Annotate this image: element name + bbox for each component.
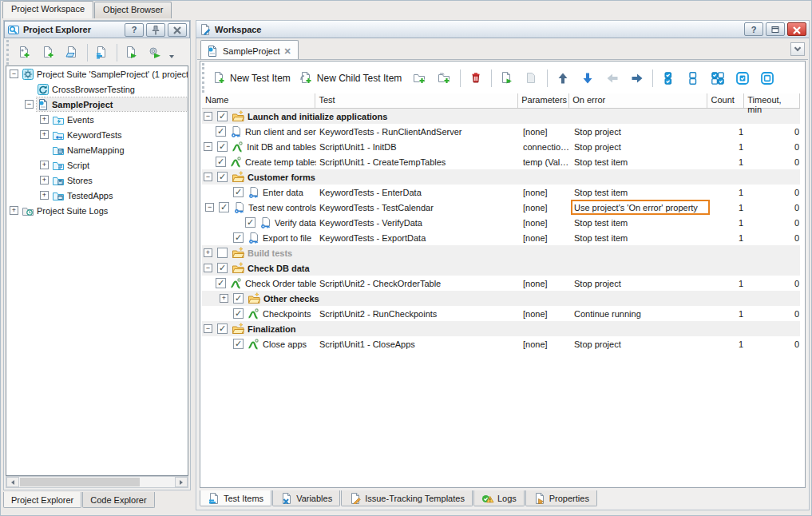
tree-expander-icon[interactable]: +	[40, 130, 49, 139]
row-checkbox[interactable]: ✓	[233, 339, 244, 349]
workspace-tab-test-items[interactable]: Test Items	[200, 490, 271, 506]
tree-horizontal-scrollbar[interactable]	[6, 476, 188, 488]
row-checkbox[interactable]: ✓	[216, 157, 226, 167]
toolbar-button-open-file-icon[interactable]	[61, 42, 84, 63]
row-checkbox[interactable]: ✓	[217, 323, 228, 334]
column-header-parameters[interactable]: Parameters	[518, 93, 569, 108]
row-expander-icon[interactable]: −	[204, 173, 212, 181]
tree-item-script[interactable]: +Script	[6, 157, 188, 173]
tree-item-stores[interactable]: +Stores	[6, 173, 188, 188]
workspace-tab-variables[interactable]: Variables	[272, 490, 340, 506]
toolbar-button-add-project-icon[interactable]	[14, 42, 36, 63]
row-checkbox[interactable]: ✓	[216, 278, 226, 288]
row-expander-icon[interactable]: −	[204, 324, 212, 333]
tree-expander-icon[interactable]: −	[10, 69, 18, 78]
tree-item-namemapping[interactable]: NameMapping	[6, 142, 188, 157]
toolbar-button-move-left-icon[interactable]	[601, 68, 624, 89]
row-checkbox[interactable]	[217, 248, 228, 258]
toolbar-button-move-up-icon[interactable]	[552, 68, 574, 89]
test-item-row-customer-forms[interactable]: −✓Customer forms	[202, 169, 800, 185]
toolbar-button-run-selected-icon[interactable]	[496, 68, 518, 89]
toolbar-button-new-item-icon[interactable]	[38, 42, 60, 63]
tree-expander-icon[interactable]: −	[25, 100, 34, 109]
test-item-row-verify-data[interactable]: ✓Verify dataKeywordTests - VerifyData[no…	[202, 215, 800, 230]
tree-item-testedapps[interactable]: +TestedApps	[6, 188, 188, 203]
scrollbar-thumb[interactable]	[20, 478, 140, 486]
row-expander-icon[interactable]: −	[204, 112, 212, 121]
workspace-tab-issue-tracking-templates[interactable]: Issue-Tracking Templates	[341, 490, 473, 506]
row-checkbox[interactable]: ✓	[233, 187, 244, 197]
tab-list-dropdown-button[interactable]	[790, 42, 805, 56]
row-expander-icon[interactable]: +	[204, 248, 212, 257]
new-test-item-button[interactable]: New Test Item	[211, 69, 295, 87]
row-checkbox[interactable]: ✓	[233, 232, 244, 243]
column-header-timeout-min[interactable]: Timeout, min	[744, 93, 800, 108]
toolbar-button-check-all-icon[interactable]	[657, 68, 679, 89]
scrollbar-track[interactable]	[141, 477, 175, 487]
test-item-row-check-db-data[interactable]: −✓Check DB data	[202, 260, 800, 276]
column-header-count[interactable]: Count	[707, 93, 744, 108]
row-checkbox[interactable]: ✓	[233, 308, 244, 319]
main-tab-object-browser[interactable]: Object Browser	[94, 2, 172, 18]
toolbar-button-new-group-icon[interactable]	[409, 68, 431, 89]
toolbar-button-paste-disabled-icon[interactable]	[521, 68, 543, 89]
tree-expander-icon[interactable]: +	[40, 115, 49, 124]
main-tab-project-workspace[interactable]: Project Workspace	[2, 1, 93, 18]
toolbar-button-organize-items-icon[interactable]	[91, 42, 113, 63]
workspace-tab-logs[interactable]: Logs	[473, 490, 525, 506]
test-item-row-launch-and-initialize-applications[interactable]: −✓Launch and initialize applications	[202, 109, 800, 124]
workspace-tab-properties[interactable]: Properties	[525, 490, 597, 506]
row-checkbox[interactable]: ✓	[216, 126, 226, 137]
workspace-restore-button[interactable]	[766, 22, 785, 36]
toolbar-button-delete-icon[interactable]	[465, 68, 487, 89]
toolbar-button-uncheck-all-icon[interactable]	[682, 68, 704, 89]
toolbar-button-check-selected-icon[interactable]	[731, 68, 754, 89]
tree-expander-icon[interactable]: +	[40, 161, 49, 169]
toolbar-button-uncheck-selected-icon[interactable]	[756, 68, 778, 89]
test-item-row-check-order-table[interactable]: ✓Check Order tableScript\Unit2 - CheckOr…	[202, 276, 800, 291]
test-item-row-enter-data[interactable]: ✓Enter dataKeywordTests - EnterData[none…	[202, 185, 800, 200]
test-item-row-finalization[interactable]: −✓Finalization	[202, 321, 800, 336]
tree-expander-icon[interactable]: +	[40, 191, 49, 200]
tree-item-sampleproject[interactable]: −SampleProject	[6, 97, 188, 112]
scroll-left-button[interactable]	[6, 477, 19, 487]
column-header-test[interactable]: Test	[315, 93, 518, 108]
row-checkbox[interactable]: ✓	[217, 172, 228, 182]
document-tab-sampleproject[interactable]: SampleProject ✕	[200, 40, 299, 59]
tree-expander-icon[interactable]: +	[10, 206, 18, 215]
row-checkbox[interactable]: ✓	[217, 141, 228, 152]
row-expander-icon[interactable]: +	[220, 294, 228, 303]
column-header-on-error[interactable]: On error	[569, 93, 707, 108]
test-item-row-close-apps[interactable]: ✓Close appsScript\Unit1 - CloseApps[none…	[202, 336, 800, 351]
test-item-row-export-to-file[interactable]: ✓Export to fileKeywordTests - ExportData…	[202, 230, 800, 245]
row-expander-icon[interactable]: −	[204, 142, 212, 151]
row-expander-icon[interactable]: −	[205, 203, 214, 212]
run-modes-dropdown-icon[interactable]	[169, 55, 174, 58]
workspace-help-button[interactable]: ?	[744, 22, 763, 36]
test-item-row-build-tests[interactable]: +Build tests	[202, 245, 800, 260]
tree-item-events[interactable]: +Events	[6, 112, 188, 127]
row-checkbox[interactable]: ✓	[245, 217, 255, 228]
help-button[interactable]: ?	[125, 23, 144, 37]
test-item-row-init-db-and-tables[interactable]: −✓Init DB and tablesScript\Unit1 - InitD…	[202, 139, 800, 154]
panel-tab-code-explorer[interactable]: Code Explorer	[82, 492, 154, 508]
workspace-close-button[interactable]	[787, 22, 806, 36]
tree-item-crossbrowsertesting[interactable]: CrossBrowserTesting	[6, 81, 188, 97]
toolbar-button-new-child-group-icon[interactable]	[434, 68, 456, 89]
row-checkbox[interactable]: ✓	[217, 111, 228, 121]
tree-item-project-suite-sampleproject-1-project[interactable]: −Project Suite 'SampleProject' (1 projec…	[6, 66, 188, 81]
new-child-test-item-button[interactable]: New Child Test Item	[298, 69, 406, 87]
scroll-right-button[interactable]	[175, 477, 188, 487]
tree-item-keywordtests[interactable]: +KeywordTests	[6, 127, 188, 142]
toolbar-button-move-right-icon[interactable]	[626, 68, 648, 89]
toolbar-button-invert-checks-icon[interactable]	[707, 68, 729, 89]
test-item-row-test-new-controls[interactable]: −✓Test new controlsKeywordTests - TestCa…	[202, 200, 800, 215]
row-checkbox[interactable]: ✓	[233, 293, 244, 304]
panel-tab-project-explorer[interactable]: Project Explorer	[3, 492, 81, 508]
toolbar-button-run-project-icon[interactable]	[121, 42, 143, 63]
row-checkbox[interactable]: ✓	[219, 202, 229, 212]
toolbar-button-move-down-icon[interactable]	[576, 68, 599, 89]
test-item-row-create-temp-tables[interactable]: ✓Create temp tablesScript\Unit1 - Create…	[202, 154, 800, 169]
test-item-row-run-client-and-server[interactable]: ✓Run client and serverKeywordTests - Run…	[202, 124, 800, 139]
close-tab-icon[interactable]: ✕	[284, 46, 291, 57]
